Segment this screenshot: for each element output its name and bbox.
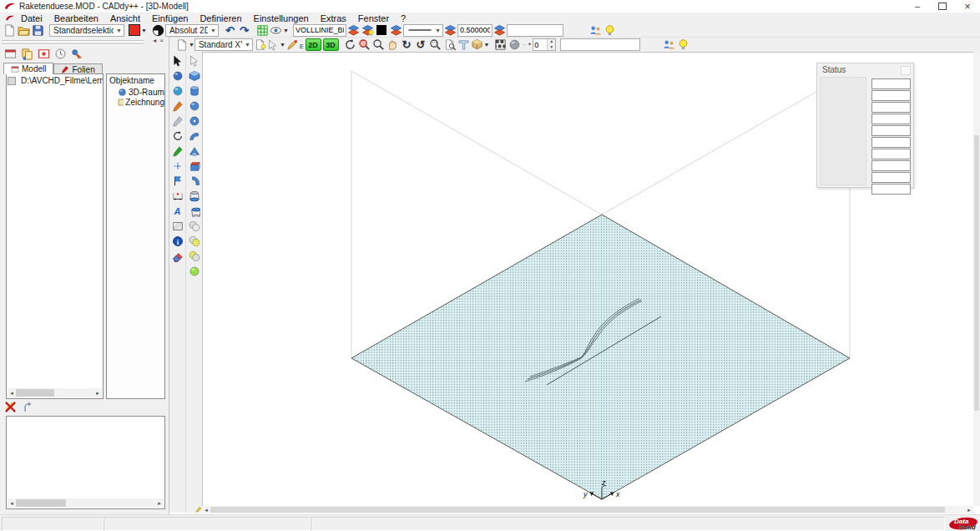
- viewport-hscrollbar[interactable]: ◂ ▸: [202, 506, 973, 513]
- tree-hscrollbar[interactable]: ◂ ▸: [8, 388, 102, 397]
- status-cell[interactable]: [871, 137, 911, 148]
- line-color-swatch[interactable]: [375, 23, 389, 37]
- delete-x-icon[interactable]: [4, 401, 17, 413]
- grid-snap-button[interactable]: [255, 23, 270, 37]
- users-icon[interactable]: [662, 38, 676, 52]
- loft-tool[interactable]: [187, 204, 201, 218]
- line-width-input[interactable]: [457, 24, 493, 37]
- menu-einstellungen[interactable]: Einstellungen: [248, 13, 315, 23]
- drafting-tsquare-button[interactable]: [457, 38, 471, 52]
- users-icon[interactable]: [589, 23, 603, 37]
- object-item-3d-raum[interactable]: 3D-Raum: [107, 87, 164, 97]
- open-file-button[interactable]: [17, 23, 31, 37]
- viewport-vscrollbar[interactable]: [973, 52, 980, 506]
- tab-modell[interactable]: Modell: [3, 63, 53, 74]
- message-list-box[interactable]: ◂ ▸: [6, 416, 165, 509]
- workplane-sheet-button[interactable]: ▼: [176, 38, 194, 52]
- boolean-subtract-tool[interactable]: [187, 234, 201, 248]
- close-button[interactable]: ×: [955, 0, 980, 13]
- tree-expander[interactable]: [8, 77, 16, 85]
- status-cell[interactable]: [871, 114, 911, 124]
- minimize-button[interactable]: –: [905, 0, 930, 13]
- boolean-union-tool[interactable]: [187, 219, 201, 233]
- undo-button[interactable]: ↶: [223, 23, 237, 37]
- render-sphere-button[interactable]: [508, 38, 522, 52]
- revolve-tool[interactable]: [187, 174, 201, 188]
- coordinate-globe-icon[interactable]: [151, 23, 165, 37]
- text-tool[interactable]: A: [170, 204, 184, 218]
- line-style-combo[interactable]: ▼: [403, 24, 443, 37]
- scroll-right-icon[interactable]: ▸: [93, 390, 102, 397]
- line-type-input[interactable]: [293, 24, 346, 37]
- selection-mode-combo[interactable]: Standardselektion▼: [49, 24, 124, 37]
- menu-definieren[interactable]: Definieren: [194, 13, 247, 23]
- list-hscrollbar[interactable]: ◂ ▸: [8, 498, 164, 508]
- rotate-ccw-button[interactable]: ↺: [414, 38, 428, 52]
- scroll-left-icon[interactable]: ◂: [8, 390, 16, 397]
- model-tree-box[interactable]: D:\AVCHD_Filme\Lernvid ◂ ▸: [6, 73, 104, 399]
- menu-extras[interactable]: Extras: [315, 13, 352, 23]
- object-item-zeichnung[interactable]: Zeichnung: [107, 97, 164, 107]
- zoom-window-button[interactable]: [371, 38, 386, 52]
- scroll-right-icon[interactable]: ▸: [155, 500, 164, 507]
- boolean-intersect-tool[interactable]: [187, 249, 201, 263]
- scroll-thumb[interactable]: [210, 507, 945, 513]
- dimension-tool[interactable]: [170, 189, 184, 203]
- rotate-cw-button[interactable]: ↻: [400, 38, 414, 52]
- pattern-display-button[interactable]: [493, 38, 508, 52]
- solid-box-tool[interactable]: [187, 68, 201, 83]
- transform-tool[interactable]: [170, 129, 184, 143]
- status-cell[interactable]: [871, 160, 911, 171]
- menu-fenster[interactable]: Fenster: [352, 13, 395, 23]
- solid-wedge-tool[interactable]: [187, 144, 201, 158]
- view-extra-input[interactable]: [560, 38, 640, 51]
- coordinate-mode-combo[interactable]: Absolut 2D▼: [165, 24, 219, 37]
- bulb-icon[interactable]: [603, 23, 617, 37]
- extrude-tool[interactable]: [187, 159, 201, 173]
- new-file-button[interactable]: [3, 23, 17, 37]
- 3d-viewport[interactable]: y z x Status: [202, 52, 974, 507]
- maximize-button[interactable]: [930, 0, 955, 13]
- info-tool[interactable]: [170, 234, 184, 248]
- menu-bearbeiten[interactable]: Bearbeiten: [48, 13, 104, 23]
- zoom-previous-button[interactable]: [442, 38, 457, 52]
- layer-linestyle-icon[interactable]: [443, 23, 457, 37]
- layer-assign-icon[interactable]: [346, 23, 361, 37]
- menu-datei[interactable]: Datei: [15, 13, 48, 23]
- history-clock-icon[interactable]: [53, 47, 68, 61]
- sketch-tool[interactable]: [170, 114, 184, 128]
- draw-curve-tool[interactable]: [170, 99, 184, 113]
- scroll-left-icon[interactable]: ◂: [202, 507, 210, 513]
- save-file-button[interactable]: [31, 23, 45, 37]
- status-cell[interactable]: [871, 184, 911, 195]
- edit-curve-tool[interactable]: [170, 144, 184, 158]
- select-cursor-button[interactable]: ▼: [267, 38, 285, 52]
- status-cell[interactable]: [871, 172, 911, 183]
- panel-grip[interactable]: [2, 38, 144, 45]
- delete-view-icon[interactable]: [37, 47, 51, 61]
- tree-item[interactable]: D:\AVCHD_Filme\Lernvid: [7, 74, 103, 87]
- spinner-arrows[interactable]: ▲▼: [547, 39, 555, 50]
- solid-select-tool[interactable]: [187, 53, 201, 68]
- redo-button[interactable]: ↷: [237, 23, 251, 37]
- visibility-eye-button[interactable]: ▼: [270, 23, 289, 37]
- solid-elbow-tool[interactable]: [187, 129, 201, 143]
- eraser-tool[interactable]: [170, 249, 184, 263]
- layer-bulb-icon[interactable]: [361, 23, 375, 37]
- zoom-in-button[interactable]: [357, 38, 371, 52]
- copy-model-icon[interactable]: [20, 47, 34, 61]
- bulb-icon[interactable]: [676, 38, 690, 52]
- view-box-button[interactable]: ▼: [471, 38, 490, 52]
- object-list-box[interactable]: Objektname 3D-Raum Zeichnung: [106, 73, 165, 399]
- sweep-tool[interactable]: [187, 189, 201, 203]
- solid-torus-tool[interactable]: [187, 114, 201, 128]
- new-view-icon[interactable]: [3, 47, 18, 61]
- status-window[interactable]: Status: [816, 63, 914, 188]
- menu-ansicht[interactable]: Ansicht: [104, 13, 146, 23]
- pan-hand-button[interactable]: [386, 38, 400, 52]
- hatch-tool[interactable]: [170, 219, 184, 233]
- selection-color-button[interactable]: ▼: [129, 23, 147, 37]
- zoom-extents-button[interactable]: [428, 38, 442, 52]
- scroll-thumb[interactable]: [974, 135, 979, 411]
- status-cell[interactable]: [871, 102, 911, 113]
